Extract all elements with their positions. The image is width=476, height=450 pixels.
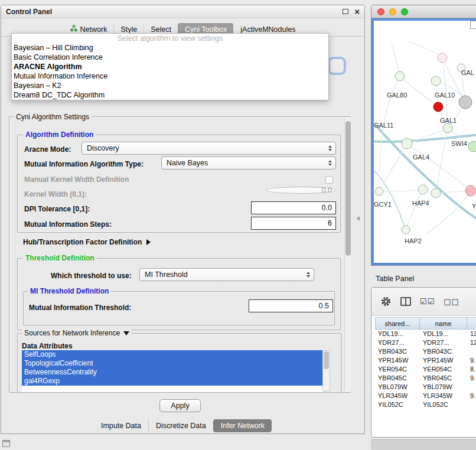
network-edge[interactable]	[379, 144, 407, 191]
combo-arrows-icon	[328, 145, 332, 151]
dpi-tolerance-input[interactable]: 0.0	[251, 201, 336, 214]
which-threshold-label: Which threshold to use:	[51, 272, 132, 280]
algorithm-option[interactable]: Bayesian – Hill Climbing	[12, 43, 328, 53]
table-row[interactable]: YDR27...YDR27...12	[375, 338, 476, 347]
table-row[interactable]: YDL19...YDL19...13	[375, 330, 476, 338]
network-node[interactable]	[431, 76, 441, 86]
settings-gear-icon[interactable]	[380, 296, 392, 307]
which-threshold-value: MI Threshold	[145, 270, 188, 279]
network-node[interactable]	[438, 53, 447, 63]
network-window-titlebar[interactable]	[371, 5, 476, 18]
control-panel-titlebar[interactable]: Control Panel ×	[1, 5, 364, 18]
close-traffic-light-icon[interactable]	[377, 8, 384, 15]
network-node[interactable]	[459, 96, 472, 109]
expander-expanded-icon	[123, 331, 129, 335]
combo-arrows-icon	[328, 160, 332, 166]
network-edge[interactable]	[379, 190, 423, 191]
algorithm-selector-button[interactable]	[330, 58, 344, 73]
attribute-item[interactable]: BetweennessCentrality	[22, 368, 322, 377]
table-cell: 9.	[467, 392, 476, 400]
table-row[interactable]: YBL079WYBL079W	[375, 383, 476, 392]
mi-threshold-input[interactable]: 0.5	[249, 299, 333, 312]
table-cell: YLR345W	[375, 392, 420, 400]
aracne-mode-label: Aracne Mode:	[24, 145, 71, 154]
table-header-row: shared...name	[375, 317, 476, 330]
network-node[interactable]	[465, 185, 476, 196]
algorithm-definition-title: Algorithm Definition	[23, 131, 96, 139]
data-attributes-list: SelfLoopsTopologicalCoefficientBetweenne…	[22, 350, 322, 392]
table-row[interactable]: YPR145WYPR145W9.	[375, 356, 476, 365]
algorithm-option[interactable]: Basic Correlation Inference	[12, 53, 328, 62]
network-edge[interactable]	[409, 42, 442, 58]
table-cell: YIL052C	[375, 400, 420, 409]
table-cell: YER054C	[420, 365, 467, 374]
aracne-mode-select[interactable]: Discovery	[81, 142, 336, 155]
scrollbar-thumb[interactable]	[345, 121, 351, 256]
network-node[interactable]	[431, 188, 441, 198]
mi-type-select[interactable]: Naive Bayes	[161, 156, 336, 169]
column-header[interactable]: shared...	[375, 317, 420, 330]
network-node[interactable]	[402, 226, 410, 234]
network-view-window: GALGAL80GAL10GAL11GAL1SWI4GAL4GCY1HAP4YH…	[371, 5, 476, 266]
attribute-item[interactable]: SelfLoops	[22, 350, 322, 359]
float-window-icon[interactable]	[343, 9, 348, 14]
select-all-icon[interactable]: ☑☑	[420, 297, 435, 306]
network-node[interactable]	[402, 138, 412, 149]
network-node[interactable]	[395, 71, 405, 81]
which-threshold-select[interactable]: MI Threshold	[139, 268, 314, 281]
algorithm-option[interactable]: Dream8 DC_TDC Algorithm	[12, 90, 328, 100]
network-edge[interactable]	[407, 128, 448, 144]
tab-discretize-data[interactable]: Discretize Data	[148, 419, 213, 432]
table-row[interactable]: YLR345WYLR345W9.	[375, 392, 476, 400]
zoom-traffic-light-icon[interactable]	[401, 8, 408, 15]
apply-button[interactable]: Apply	[159, 399, 201, 412]
network-canvas[interactable]: GALGAL80GAL10GAL11GAL1SWI4GAL4GCY1HAP4YH…	[371, 18, 476, 265]
mi-steps-input[interactable]: 6	[251, 217, 336, 230]
attribute-item[interactable]: gal4RGexp	[22, 377, 322, 386]
table-row[interactable]: YBR043CYBR043C	[375, 347, 476, 356]
columns-icon[interactable]	[400, 297, 411, 306]
minimized-panel-icon[interactable]	[2, 440, 10, 447]
splitter-collapse-icon[interactable]	[357, 216, 360, 221]
dpi-tolerance-label: DPI Tolerance [0,1]:	[24, 205, 90, 213]
sources-title: Sources for Network Inference	[24, 329, 120, 337]
node-label: Y	[472, 203, 476, 210]
settings-scrollbar[interactable]	[344, 118, 351, 392]
manual-kernel-checkbox	[325, 176, 333, 184]
table-cell: YDR27...	[375, 338, 420, 347]
kernel-width-label: Kernel Width (0,1):	[24, 190, 87, 198]
table-row[interactable]: YBR045CYBR045C9.	[375, 374, 476, 383]
birdseye-view-icon[interactable]	[470, 21, 476, 29]
table-panel-title: Table Panel	[376, 275, 414, 283]
table-row[interactable]: YIL052CYIL052C	[375, 400, 476, 409]
tab-impute-data[interactable]: Impute Data	[94, 419, 148, 432]
column-header[interactable]	[467, 317, 476, 330]
network-edge[interactable]	[406, 190, 423, 230]
hub-definition-expander[interactable]: Hub/Transcription Factor Definition	[23, 238, 151, 246]
table-cell: YIL052C	[420, 400, 467, 409]
sources-expander[interactable]: Sources for Network Inference	[22, 329, 132, 337]
close-icon[interactable]: ×	[354, 8, 360, 16]
algorithm-option[interactable]: ARACNE Algorithm	[12, 62, 328, 71]
network-node[interactable]	[375, 187, 383, 195]
table-cell: 9.	[467, 356, 476, 365]
column-header[interactable]: name	[419, 317, 467, 330]
deselect-all-icon[interactable]: □□	[444, 297, 459, 306]
table-cell: YBR043C	[420, 347, 467, 356]
network-node[interactable]	[443, 123, 452, 133]
network-node[interactable]	[418, 185, 428, 194]
node-label: GCY1	[374, 201, 392, 208]
network-node[interactable]	[468, 141, 476, 152]
attribute-list-scrollbar[interactable]	[322, 350, 330, 392]
mi-steps-value: 6	[328, 219, 332, 227]
algorithm-option[interactable]: Bayesian – K2	[12, 81, 328, 90]
kernel-width-input: 0.0	[266, 187, 336, 194]
minimize-traffic-light-icon[interactable]	[389, 8, 396, 15]
attribute-item[interactable]: TopologicalCoefficient	[22, 359, 322, 368]
algorithm-option[interactable]: Mutual Information Inference	[12, 71, 328, 81]
network-edge[interactable]	[374, 167, 406, 230]
network-node[interactable]	[433, 102, 443, 112]
tab-infer-network[interactable]: Infer Network	[213, 419, 272, 432]
table-cell: YDR27...	[420, 338, 467, 347]
table-row[interactable]: YER054CYER054C8.	[375, 365, 476, 374]
